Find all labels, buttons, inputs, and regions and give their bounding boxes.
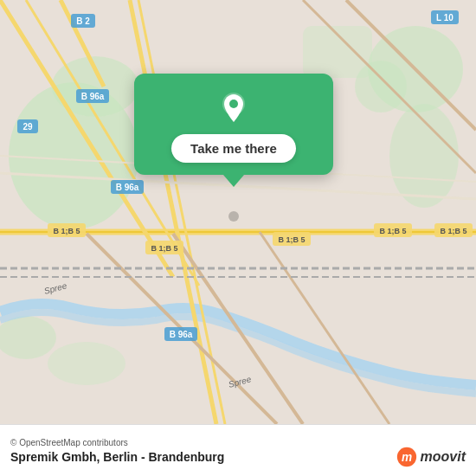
svg-text:B 1;B 5: B 1;B 5 (379, 227, 406, 235)
svg-text:B 1;B 5: B 1;B 5 (278, 235, 305, 244)
svg-text:B 1;B 5: B 1;B 5 (440, 227, 466, 235)
svg-text:B 96a: B 96a (81, 92, 105, 101)
svg-text:B 96a: B 96a (170, 330, 193, 339)
svg-point-49 (228, 211, 239, 222)
popup-card: Take me there (134, 74, 333, 175)
svg-point-51 (229, 100, 238, 108)
take-me-there-button[interactable]: Take me there (171, 134, 296, 163)
svg-point-8 (48, 342, 125, 385)
svg-text:B 1;B 5: B 1;B 5 (53, 227, 80, 235)
svg-text:m: m (401, 451, 411, 464)
osm-attribution: © OpenStreetMap contributors (10, 438, 466, 447)
moovit-icon: m (396, 447, 417, 467)
svg-text:B 2: B 2 (76, 16, 90, 26)
moovit-logo: m moovit (396, 447, 466, 467)
bottom-bar: © OpenStreetMap contributors Spremik Gmb… (0, 424, 476, 476)
svg-text:29: 29 (23, 122, 33, 132)
svg-text:L 10: L 10 (436, 13, 453, 23)
svg-text:B 96a: B 96a (116, 183, 139, 192)
svg-text:B 1;B 5: B 1;B 5 (151, 244, 177, 253)
map-container: B 2 L 10 B 96a B 96a 29 B 1;B 5 B 1;B 5 … (0, 0, 476, 424)
location-pin-icon (215, 89, 253, 127)
moovit-text: moovit (421, 449, 466, 465)
